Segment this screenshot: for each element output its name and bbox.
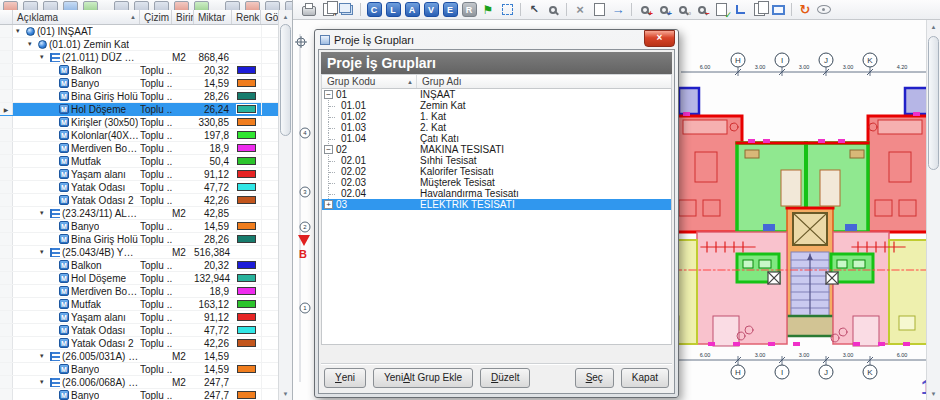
color-swatch[interactable] bbox=[237, 326, 256, 334]
zoom-window-icon[interactable]: + bbox=[655, 1, 673, 19]
color-swatch[interactable] bbox=[237, 261, 256, 269]
table-row[interactable]: MKolonlar(40X60)Toplu ...197,8 bbox=[0, 129, 279, 142]
expander-icon[interactable]: ▾ bbox=[40, 352, 48, 360]
close-button[interactable]: × bbox=[644, 30, 675, 47]
expander-icon[interactable]: ▾ bbox=[40, 248, 48, 256]
left-panel-scrollbar[interactable]: ▲ ▼ bbox=[278, 10, 292, 400]
drawing-scrollbar[interactable]: ▲ ▼ bbox=[926, 20, 940, 400]
tree-collapse-icon[interactable]: − bbox=[324, 145, 333, 154]
color-swatch[interactable] bbox=[237, 300, 256, 308]
layer-r-button[interactable]: R bbox=[460, 1, 478, 19]
table-row[interactable]: MYatak OdasıToplu ...47,72 bbox=[0, 181, 279, 194]
table-row[interactable]: MHol DöşemeToplu ...132,944 bbox=[0, 272, 279, 285]
scrollbar-thumb[interactable] bbox=[280, 24, 291, 136]
page-copy-icon[interactable] bbox=[590, 1, 608, 19]
dialog-group-row[interactable]: 01.01Zemin Kat bbox=[322, 100, 671, 111]
color-swatch[interactable] bbox=[237, 196, 256, 204]
axis-origin-icon[interactable] bbox=[731, 1, 749, 19]
grid-header[interactable]: Açıklama ▲ Çizim Birim Miktar Renk Gö... bbox=[0, 10, 279, 25]
color-swatch[interactable] bbox=[237, 287, 256, 295]
table-row[interactable]: MBina Giriş HolüToplu ...28,26 bbox=[0, 90, 279, 103]
layer-l-button[interactable]: L bbox=[384, 1, 402, 19]
tree-expand-icon[interactable]: + bbox=[324, 200, 333, 209]
dialog-group-row[interactable]: 01.04Çatı Katı bbox=[322, 133, 671, 144]
table-row[interactable]: MMutfakToplu ...50,4 bbox=[0, 155, 279, 168]
column-header-renk[interactable]: Renk bbox=[232, 10, 261, 24]
arrow-right-icon[interactable]: → bbox=[609, 1, 627, 19]
color-swatch[interactable] bbox=[237, 105, 256, 113]
pages-icon[interactable] bbox=[750, 1, 768, 19]
table-row[interactable]: ▾(23.243/11) ALÜM...M242,85 bbox=[0, 207, 279, 220]
dialog-column-headers[interactable]: Grup Kodu ▲ Grup Adı bbox=[321, 74, 672, 89]
color-swatch[interactable] bbox=[237, 222, 256, 230]
table-row[interactable]: MYatak Odası 2Toplu ...42,26 bbox=[0, 194, 279, 207]
column-header-grup-adi[interactable]: Grup Adı bbox=[417, 76, 671, 87]
magnifier-icon[interactable] bbox=[544, 1, 562, 19]
layer-e-button[interactable]: E bbox=[441, 1, 459, 19]
table-row[interactable]: MMutfakToplu ...163,12 bbox=[0, 298, 279, 311]
selection-rect-icon[interactable] bbox=[498, 1, 516, 19]
dialog-group-row[interactable]: 02.04Havalandırma Tesisatı bbox=[322, 188, 671, 199]
color-swatch[interactable] bbox=[237, 183, 256, 191]
column-header-aciklama[interactable]: Açıklama ▲ bbox=[13, 10, 140, 24]
color-swatch[interactable] bbox=[237, 170, 256, 178]
table-row[interactable]: MBalkonToplu ...20,32 bbox=[0, 64, 279, 77]
dialog-button-d-zelt[interactable]: Düzelt bbox=[480, 368, 530, 388]
table-row[interactable]: ▾(01.01) Zemin Kat bbox=[0, 38, 279, 51]
table-row[interactable]: MBanyoToplu ...14,59 bbox=[0, 220, 279, 233]
pointer-select-icon[interactable]: ↖ bbox=[525, 1, 543, 19]
layer-v-button[interactable]: V bbox=[422, 1, 440, 19]
table-row[interactable]: MBanyoToplu ...14,59 bbox=[0, 77, 279, 90]
table-row[interactable]: ▾(21.011) DÜZ YÜZ...M2868,46 bbox=[0, 51, 279, 64]
expander-icon[interactable]: ▾ bbox=[40, 53, 48, 61]
column-header-gorunum[interactable]: Gö... bbox=[261, 10, 279, 24]
table-row[interactable]: ▶MHol DöşemeToplu ...26,24 bbox=[0, 103, 279, 116]
scroll-down-icon[interactable]: ▼ bbox=[927, 387, 940, 400]
color-swatch[interactable] bbox=[237, 118, 256, 126]
dialog-group-row[interactable]: 02.01Sıhhi Tesisat bbox=[322, 155, 671, 166]
dialog-button-kapat[interactable]: Kapat bbox=[621, 368, 669, 388]
dialog-group-row[interactable]: −02MAKİNA TESİSATI bbox=[322, 144, 671, 155]
table-row[interactable]: MBanyoToplu ...247,7 bbox=[0, 389, 279, 400]
scrollbar-thumb[interactable] bbox=[928, 36, 939, 170]
expander-icon[interactable]: ▾ bbox=[16, 27, 24, 35]
table-row[interactable]: ▾(26.006/068A) 20...M2247,7 bbox=[0, 376, 279, 389]
print-icon[interactable] bbox=[300, 1, 318, 19]
table-row[interactable]: ▾(01) İNŞAAT bbox=[0, 25, 279, 38]
table-row[interactable]: MYatak Odası 2Toplu ...42,26 bbox=[0, 337, 279, 350]
dialog-titlebar[interactable]: Proje İş Grupları × bbox=[315, 30, 678, 49]
table-row[interactable]: MYatak OdasıToplu ...47,72 bbox=[0, 324, 279, 337]
dialog-group-row[interactable]: 02.03Müşterek Tesisat bbox=[322, 177, 671, 188]
zoom-out-icon[interactable]: − bbox=[693, 1, 711, 19]
zoom-page-icon[interactable]: ▫ bbox=[674, 1, 692, 19]
color-swatch[interactable] bbox=[237, 79, 256, 87]
table-row[interactable]: MBalkonToplu ...20,32 bbox=[0, 259, 279, 272]
table-row[interactable]: ▾(25.043/4B) YENİ ...M2516,384 bbox=[0, 246, 279, 259]
page-check-icon[interactable]: ✓ bbox=[712, 1, 730, 19]
expander-icon[interactable]: ▾ bbox=[40, 378, 48, 386]
table-row[interactable]: MYaşam alanıToplu ...91,12 bbox=[0, 168, 279, 181]
tree-collapse-icon[interactable]: − bbox=[324, 90, 333, 99]
table-row[interactable]: MMerdiven BoşluğuToplu ...18,9 bbox=[0, 142, 279, 155]
dialog-button-se-[interactable]: Seç bbox=[575, 368, 614, 388]
copy-icon[interactable]: ▼ bbox=[319, 1, 337, 19]
zoom-in-icon[interactable]: + bbox=[636, 1, 654, 19]
table-row[interactable]: MBanyoToplu ...14,59 bbox=[0, 363, 279, 376]
color-swatch[interactable] bbox=[237, 365, 256, 373]
flag-icon[interactable]: ⚑ bbox=[479, 1, 497, 19]
table-row[interactable]: ▾(26.005/031A) 33...M214,59 bbox=[0, 350, 279, 363]
color-swatch[interactable] bbox=[237, 92, 256, 100]
color-swatch[interactable] bbox=[237, 339, 256, 347]
color-swatch[interactable] bbox=[237, 157, 256, 165]
color-swatch[interactable] bbox=[237, 131, 256, 139]
table-row[interactable]: MKirişler (30x50)Toplu ...330,85 bbox=[0, 116, 279, 129]
dialog-group-row[interactable]: 02.02Kalorifer Tesisatı bbox=[322, 166, 671, 177]
table-row[interactable]: MMerdiven BoşluğuToplu ...18,9 bbox=[0, 285, 279, 298]
column-header-birim[interactable]: Birim bbox=[172, 10, 194, 24]
visibility-eye-icon[interactable] bbox=[815, 1, 833, 19]
table-row[interactable]: MYaşam alanıToplu ...91,12 bbox=[0, 311, 279, 324]
dialog-button-yeni[interactable]: Yeni bbox=[324, 368, 366, 388]
scroll-down-icon[interactable]: ▼ bbox=[279, 387, 292, 400]
column-header-cizim[interactable]: Çizim bbox=[140, 10, 172, 24]
column-header-grup-kodu[interactable]: Grup Kodu ▲ bbox=[322, 75, 417, 88]
